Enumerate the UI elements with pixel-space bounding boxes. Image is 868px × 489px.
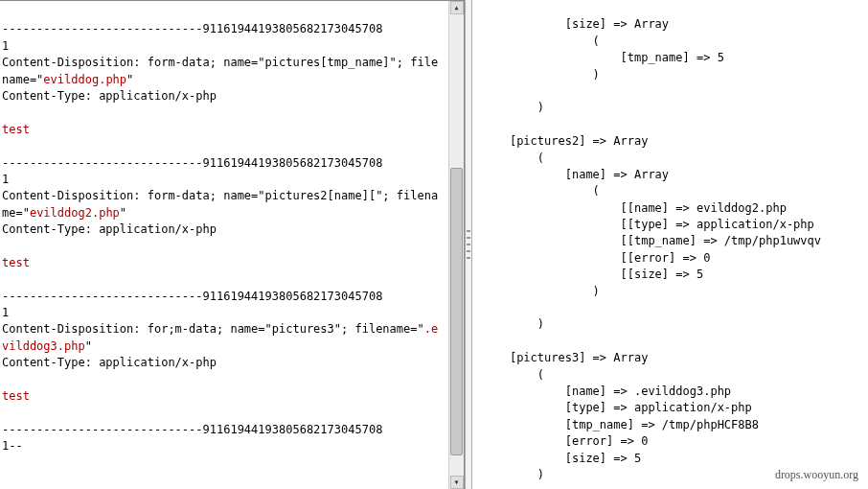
right-pane: [size] => Array ( [tmp_name] => 5 ) ) [p… [472,0,868,489]
filename-1: evilddog.php [43,73,126,86]
http-request-body: -----------------------------91161944193… [2,5,441,455]
scroll-track[interactable] [449,14,464,476]
pane-splitter[interactable] [465,0,472,489]
scroll-thumb[interactable] [450,168,463,455]
filename-2: evilddog2.php [30,206,120,220]
scroll-up-icon[interactable]: ▴ [450,1,464,14]
php-array-output: [size] => Array ( [tmp_name] => 5 ) ) [p… [482,16,860,489]
left-pane: -----------------------------91161944193… [0,0,465,489]
body-3: test [2,389,30,403]
body-1: test [2,123,30,136]
footer-watermark: drops.wooyun.org [775,467,858,483]
scroll-down-icon[interactable]: ▾ [450,476,464,489]
left-scrollbar[interactable]: ▴ ▾ [448,1,464,489]
body-2: test [2,256,30,269]
